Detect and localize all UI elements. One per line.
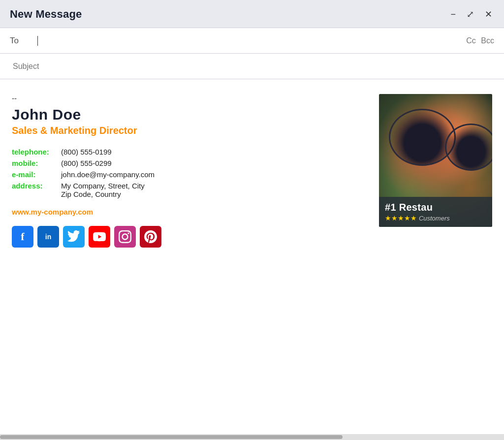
linkedin-icon[interactable]: in: [37, 226, 59, 248]
cc-label[interactable]: Cc: [466, 36, 476, 45]
sig-dashes: --: [12, 94, 369, 102]
to-field-row: To Cc Bcc: [0, 28, 504, 54]
pinterest-icon[interactable]: [140, 226, 161, 248]
address-line1: My Company, Street, City Zip Code, Count…: [61, 180, 155, 200]
window-actions: − ⤢ ✕: [448, 8, 494, 21]
to-label: To: [10, 36, 34, 46]
close-button[interactable]: ✕: [483, 8, 494, 21]
star-rating: ★★★★★: [385, 214, 417, 222]
minimize-button[interactable]: −: [448, 8, 458, 21]
email-value: john.doe@my-company.com: [61, 169, 155, 180]
facebook-icon[interactable]: f: [12, 226, 33, 248]
cursor-indicator: [37, 36, 38, 46]
subject-input[interactable]: [10, 60, 494, 73]
scrollbar-thumb[interactable]: [0, 435, 343, 439]
to-input[interactable]: [41, 34, 463, 47]
image-stars: ★★★★★ Customers: [385, 214, 486, 222]
compose-body[interactable]: -- John Doe Sales & Marketing Director t…: [0, 79, 504, 434]
mobile-label: mobile:: [12, 157, 61, 169]
customers-label: Customers: [419, 215, 450, 222]
title-bar: New Message − ⤢ ✕: [0, 0, 504, 28]
instagram-icon[interactable]: [114, 226, 136, 248]
signature-image: #1 Restau ★★★★★ Customers: [379, 94, 492, 227]
window-title: New Message: [10, 8, 82, 21]
signature-left: -- John Doe Sales & Marketing Director t…: [12, 94, 369, 248]
telephone-value: (800) 555-0199: [61, 146, 155, 157]
sig-name: John Doe: [12, 106, 369, 123]
image-overlay: #1 Restau ★★★★★ Customers: [379, 197, 492, 227]
food-image: #1 Restau ★★★★★ Customers: [379, 94, 492, 227]
address-label: address:: [12, 180, 61, 200]
twitter-icon[interactable]: [63, 226, 85, 248]
signature-area: -- John Doe Sales & Marketing Director t…: [12, 94, 492, 248]
sig-contact-table: telephone: (800) 555-0199 mobile: (800) …: [12, 146, 155, 200]
mobile-value: (800) 555-0299: [61, 157, 155, 169]
email-label: e-mail:: [12, 169, 61, 180]
telephone-label: telephone:: [12, 146, 61, 157]
subject-field-row: [0, 54, 504, 79]
youtube-icon[interactable]: [89, 226, 110, 248]
social-icons: f in: [12, 226, 369, 248]
cc-bcc-buttons[interactable]: Cc Bcc: [463, 36, 494, 45]
sig-title: Sales & Marketing Director: [12, 125, 369, 136]
maximize-button[interactable]: ⤢: [465, 8, 476, 21]
compose-window: New Message − ⤢ ✕ To Cc Bcc -- John Doe …: [0, 0, 504, 440]
image-title: #1 Restau: [385, 202, 486, 213]
horizontal-scrollbar[interactable]: [0, 434, 504, 440]
sig-website[interactable]: www.my-company.com: [12, 208, 369, 216]
bcc-label[interactable]: Bcc: [481, 36, 494, 45]
